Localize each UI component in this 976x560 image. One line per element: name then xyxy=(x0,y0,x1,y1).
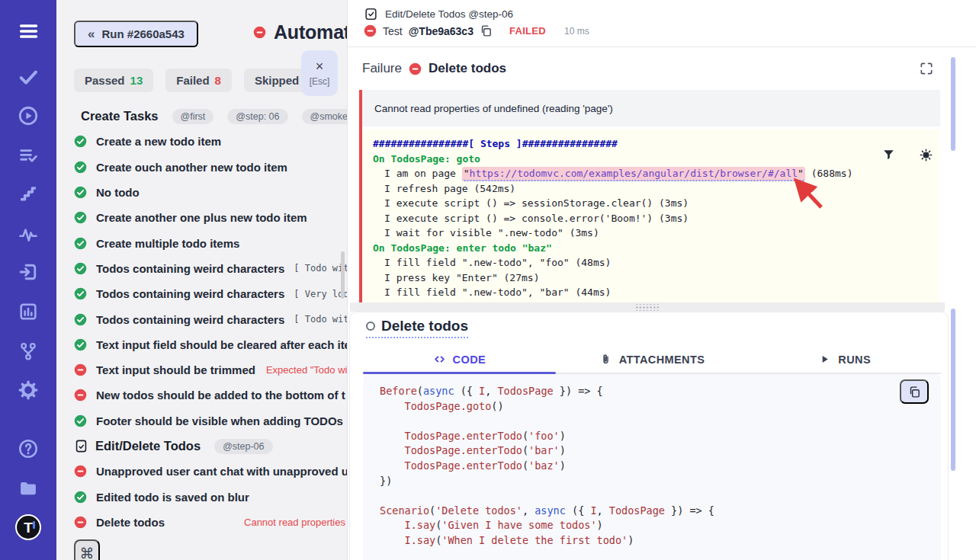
steps-banner: ################[ Steps ]###############… xyxy=(373,136,929,152)
url-link[interactable]: "https://todomvc.com/examples/angular/di… xyxy=(462,167,805,181)
test-row[interactable]: Edited todo is saved on blur xyxy=(56,484,347,509)
test-error-note: Cannot read properties of u xyxy=(244,517,347,528)
test-error-note: Expected "Todo wi xyxy=(266,364,347,376)
grip-dots-icon xyxy=(634,304,660,311)
tag-pill[interactable]: @smoke xyxy=(302,109,347,124)
t-logo[interactable]: T xyxy=(15,514,41,540)
detail-header: Edit/Delete Todos @step-06 Test @Tbe9a63… xyxy=(348,0,976,47)
steps-log: ################[ Steps ]###############… xyxy=(362,130,940,303)
code-line xyxy=(380,488,924,504)
tab-attachments[interactable]: ATTACHMENTS xyxy=(556,346,749,373)
tag-pill[interactable]: @first xyxy=(172,109,214,124)
steps-icon[interactable] xyxy=(18,182,39,203)
step-line: I refresh page (542ms) xyxy=(373,181,929,197)
run-title: Automated te xyxy=(274,21,347,43)
activity-icon[interactable] xyxy=(18,224,39,245)
code-block: Before(async ({ I, TodosPage }) => { Tod… xyxy=(363,374,941,560)
test-row[interactable]: Text input should be trimmedExpected "To… xyxy=(56,357,347,382)
test-data-snippet: [ Todo with xyxy=(294,314,347,325)
filter-icon[interactable] xyxy=(881,148,896,162)
code-scrollbar[interactable] xyxy=(951,309,955,471)
tab-runs[interactable]: RUNS xyxy=(748,346,941,373)
step-line: I fill field ".new-todo", "foo" (48ms) xyxy=(373,255,929,270)
run-title-row: Automated te xyxy=(253,21,347,43)
bar-chart-icon[interactable] xyxy=(18,301,39,322)
icon-rail: T xyxy=(0,0,56,560)
steps-scrollbar[interactable] xyxy=(951,57,955,151)
status-badge: FAILED xyxy=(509,25,546,37)
suite-header[interactable]: Edit/Delete Todos@step-06 xyxy=(56,434,347,459)
circle-status-icon xyxy=(366,322,375,331)
list-scrollbar[interactable] xyxy=(341,251,345,299)
test-row[interactable]: Create another one plus new todo item xyxy=(56,205,347,230)
tag-pill[interactable]: @step-06 xyxy=(214,439,272,454)
test-summary-row: Test @Tbe9a63c3 FAILED 10 ms xyxy=(364,24,589,37)
check-icon[interactable] xyxy=(18,66,39,88)
command-palette-button[interactable]: ⌘ xyxy=(74,539,100,560)
list-check-icon[interactable] xyxy=(18,145,39,166)
suite-breadcrumb[interactable]: Edit/Delete Todos @step-06 xyxy=(364,7,513,21)
git-branch-icon[interactable] xyxy=(18,341,39,362)
close-icon: × xyxy=(316,59,324,73)
test-row[interactable]: New todos should be added to the bottom … xyxy=(56,382,347,408)
error-message: Cannot read properties of undefined (rea… xyxy=(362,90,940,126)
test-data-snippet: [ Todo with xyxy=(294,263,347,274)
log-toolbar xyxy=(881,148,933,162)
code-line xyxy=(380,414,924,429)
copy-code-button[interactable] xyxy=(900,379,929,404)
test-detail-card: Delete todos CODEATTACHMENTSRUNS Before(… xyxy=(349,312,949,560)
test-row[interactable]: Todos containing weird characters[ Todo … xyxy=(56,256,347,281)
panel-resize-handle[interactable] xyxy=(350,302,945,312)
test-row[interactable]: Text input field should be cleared after… xyxy=(56,332,347,357)
test-row[interactable]: Footer should be visible when adding TOD… xyxy=(56,408,347,434)
badge-failed[interactable]: Failed8 xyxy=(165,69,232,92)
test-data-snippet: [ Very looo xyxy=(294,289,347,299)
step-line: I wait for visible ".new-todo" (3ms) xyxy=(373,226,929,241)
test-row[interactable]: Create a new todo item xyxy=(56,129,347,154)
code-line: TodosPage.enterTodo('bar') xyxy=(380,443,924,459)
badge-passed[interactable]: Passed13 xyxy=(74,69,153,92)
close-panel-button[interactable]: × [Esc] xyxy=(301,50,338,96)
test-id: @Tbe9a63c3 xyxy=(409,25,474,37)
play-icon[interactable] xyxy=(18,105,39,126)
suite-header[interactable]: Create Tasks@first@step: 06@smoke@sto xyxy=(56,104,347,129)
chevrons-left-icon: « xyxy=(88,27,95,42)
help-icon[interactable] xyxy=(18,438,39,459)
step-line: I execute script () => console.error('Bo… xyxy=(373,211,929,226)
step-section-line: On TodosPage: goto xyxy=(373,152,929,167)
failure-block: Cannot read properties of undefined (rea… xyxy=(359,90,940,303)
step-line: I execute script () => sessionStorage.cl… xyxy=(373,196,929,211)
test-row[interactable]: Create ouch another new todo item xyxy=(56,155,347,180)
test-row[interactable]: No todo xyxy=(56,180,347,205)
run-panel: « Run #2660a543 Automated te Passed13Fai… xyxy=(56,0,347,560)
menu-icon[interactable] xyxy=(18,21,39,42)
test-row[interactable]: Unapproved user cant chat with unapprove… xyxy=(56,459,347,484)
code-line: }) xyxy=(380,474,924,489)
failure-label: Failure xyxy=(362,61,402,76)
test-row[interactable]: Delete todosCannot read properties of u xyxy=(56,510,347,535)
suite-task-icon xyxy=(364,7,378,21)
detail-panel: Edit/Delete Todos @step-06 Test @Tbe9a63… xyxy=(347,0,976,560)
files-icon[interactable] xyxy=(18,478,39,499)
tag-pill[interactable]: @step: 06 xyxy=(227,109,287,124)
code-line: I.say('Given I have some todos') xyxy=(380,518,924,533)
test-row[interactable]: Create multiple todo items xyxy=(56,230,347,255)
test-row[interactable]: Todos containing weird characters[ Todo … xyxy=(56,306,347,331)
back-to-run-button[interactable]: « Run #2660a543 xyxy=(74,21,198,47)
code-line: Before(async ({ I, TodosPage }) => { xyxy=(380,384,924,399)
settings-icon[interactable] xyxy=(18,379,39,401)
copy-test-id-icon[interactable] xyxy=(480,24,493,37)
step-section-line: On TodosPage: enter todo "baz" xyxy=(373,241,929,256)
run-id-label: Run #2660a543 xyxy=(101,27,184,40)
code-line: TodosPage.enterTodo('baz') xyxy=(380,459,924,474)
test-duration: 10 ms xyxy=(564,26,589,37)
fullscreen-icon[interactable] xyxy=(919,61,934,76)
test-row[interactable]: Todos containing weird characters[ Very … xyxy=(56,281,347,306)
suite-name: Edit/Delete Todos @step-06 xyxy=(385,8,513,20)
tab-code[interactable]: CODE xyxy=(363,346,556,373)
sign-in-icon[interactable] xyxy=(18,261,39,283)
test-title-row[interactable]: Delete todos xyxy=(366,318,468,338)
code-line: TodosPage.goto() xyxy=(380,399,924,414)
failure-heading: Failure Delete todos xyxy=(362,61,506,76)
brightness-icon[interactable] xyxy=(919,148,933,162)
